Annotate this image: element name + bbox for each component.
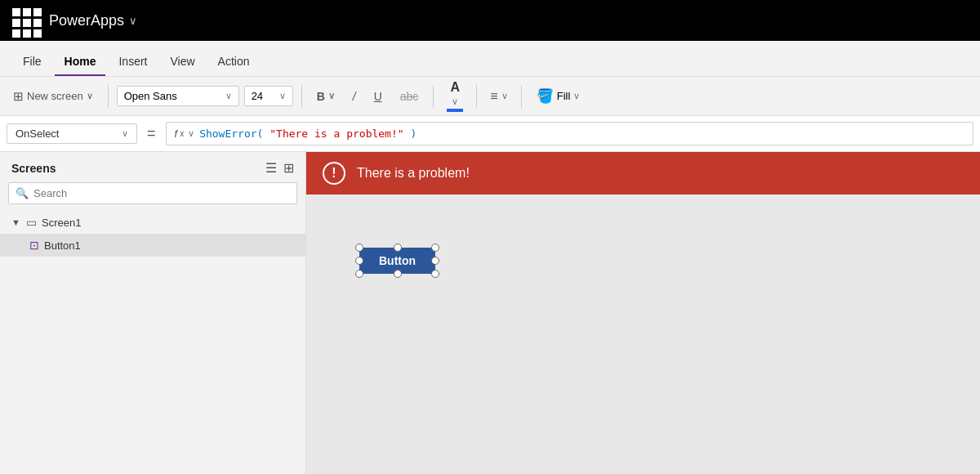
equals-sign: = (144, 125, 159, 142)
button-label: Button1 (44, 239, 81, 252)
tree-item-screen1[interactable]: ▼ ▭ Screen1 (0, 211, 305, 234)
app-chevron-icon[interactable]: ∨ (129, 15, 137, 27)
handle-bottom-left[interactable] (355, 270, 363, 278)
search-input[interactable] (33, 187, 290, 199)
separator-1 (108, 85, 109, 108)
canvas-area: ! There is a problem! Button (306, 152, 980, 474)
fill-label: Fill (557, 90, 571, 102)
size-chevron-icon: ∨ (279, 91, 286, 101)
fx-chevron-icon: ∨ (188, 128, 194, 139)
error-icon: ! (323, 162, 345, 185)
handle-bottom-right[interactable] (431, 270, 439, 278)
menu-file[interactable]: File (13, 48, 51, 76)
selection-handles: Button (359, 248, 435, 274)
tree-item-button1[interactable]: ⊡ Button1 (0, 234, 305, 257)
strikethrough-button[interactable]: abc (394, 87, 425, 106)
waffle-icon[interactable] (10, 6, 39, 35)
align-button[interactable]: ≡ ∨ (485, 86, 512, 107)
property-dropdown[interactable]: OnSelect ∨ (7, 123, 137, 144)
screen-canvas[interactable]: Button (306, 195, 980, 474)
handle-mid-left[interactable] (355, 257, 363, 265)
menu-insert[interactable]: Insert (109, 48, 157, 76)
property-label: OnSelect (16, 127, 59, 140)
menu-view[interactable]: View (160, 48, 204, 76)
button-wrapper: Button (359, 248, 435, 274)
separator-3 (433, 85, 434, 108)
error-text: There is a problem! (357, 166, 470, 181)
menu-action[interactable]: Action (208, 48, 260, 76)
fill-button[interactable]: 🪣 Fill ∨ (530, 84, 587, 108)
handle-top-mid[interactable] (394, 244, 402, 252)
search-box[interactable]: 🔍 (8, 182, 297, 204)
sidebar-view-icons: ☰ ⊞ (265, 160, 294, 176)
property-chevron-icon: ∨ (122, 128, 128, 139)
font-chevron-icon2: ∨ (452, 96, 458, 107)
font-color-button[interactable]: A ∨ (442, 78, 468, 114)
screen-chevron-icon: ▼ (11, 217, 21, 227)
sidebar-header: Screens ☰ ⊞ (0, 152, 305, 182)
search-icon: 🔍 (16, 187, 29, 199)
separator-4 (476, 85, 477, 108)
screen-label: Screen1 (42, 217, 81, 229)
error-banner: ! There is a problem! (306, 152, 980, 195)
font-dropdown[interactable]: Open Sans ∨ (117, 86, 239, 106)
new-screen-chevron-icon: ∨ (87, 91, 93, 101)
font-chevron-icon: ∨ (225, 91, 232, 101)
separator-2 (301, 85, 302, 108)
app-title: PowerApps ∨ (49, 12, 137, 29)
grid-view-icon[interactable]: ⊞ (283, 160, 294, 176)
handle-top-left[interactable] (355, 244, 363, 252)
formula-bar: OnSelect ∨ = fx ∨ ShowError( "There is a… (0, 116, 980, 152)
bold-label: B (317, 90, 325, 103)
sidebar-title: Screens (11, 162, 56, 175)
underline-label: U (374, 90, 382, 103)
new-screen-button[interactable]: ⊞ New screen ∨ (7, 86, 100, 107)
top-bar: PowerApps ∨ (0, 0, 980, 41)
button-icon: ⊡ (29, 239, 39, 252)
formula-input-area[interactable]: fx ∨ ShowError( "There is a problem!" ) (166, 122, 973, 145)
menu-bar: File Home Insert View Action (0, 41, 980, 77)
app-name-label: PowerApps (49, 12, 124, 29)
handle-bottom-mid[interactable] (394, 270, 402, 278)
bold-button[interactable]: B ∨ (310, 87, 341, 106)
screen-icon: ▭ (26, 216, 37, 229)
font-color-letter: A (451, 80, 461, 95)
strikethrough-label: abc (400, 90, 419, 103)
toolbar: ⊞ New screen ∨ Open Sans ∨ 24 ∨ B ∨ / U … (0, 77, 980, 116)
new-screen-label: New screen (27, 90, 83, 102)
handle-top-right[interactable] (431, 244, 439, 252)
italic-label: / (353, 90, 356, 103)
fill-bucket-icon: 🪣 (537, 87, 554, 105)
list-view-icon[interactable]: ☰ (265, 160, 277, 176)
underline-button[interactable]: U (368, 87, 389, 106)
main-area: Screens ☰ ⊞ 🔍 ▼ ▭ Screen1 ⊡ Button1 ! Th… (0, 152, 980, 474)
new-screen-icon: ⊞ (13, 89, 24, 104)
menu-home[interactable]: Home (55, 48, 106, 76)
handle-mid-right[interactable] (431, 257, 439, 265)
separator-5 (521, 85, 522, 108)
align-label: ≡ (490, 89, 497, 104)
fill-chevron-icon: ∨ (573, 91, 580, 101)
italic-button[interactable]: / (346, 87, 363, 106)
align-chevron-icon: ∨ (501, 91, 508, 101)
fx-icon: fx ∨ (175, 127, 195, 140)
sidebar: Screens ☰ ⊞ 🔍 ▼ ▭ Screen1 ⊡ Button1 (0, 152, 306, 474)
bold-chevron-icon: ∨ (328, 91, 335, 101)
font-size-dropdown[interactable]: 24 ∨ (244, 86, 293, 106)
font-color-bar (447, 109, 463, 112)
formula-text: ShowError( "There is a problem!" ) (199, 127, 416, 140)
font-name-label: Open Sans (124, 90, 177, 102)
font-size-label: 24 (252, 90, 263, 102)
